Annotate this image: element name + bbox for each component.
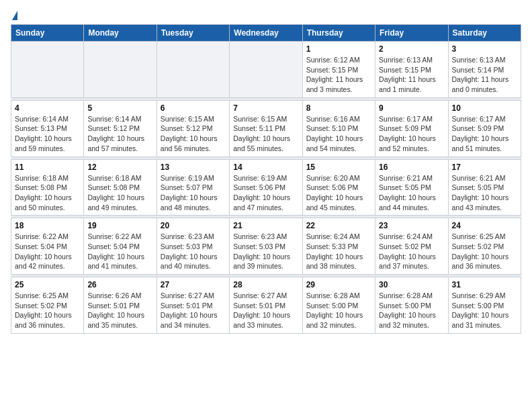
calendar-cell: 7Sunrise: 6:15 AM Sunset: 5:11 PM Daylig…	[230, 100, 302, 156]
calendar-header-tuesday: Tuesday	[157, 25, 229, 42]
day-number: 7	[233, 103, 298, 113]
day-number: 4	[15, 103, 80, 113]
day-number: 14	[233, 163, 298, 172]
day-number: 19	[87, 221, 152, 230]
day-info: Sunrise: 6:24 AM Sunset: 5:02 PM Dayligh…	[379, 232, 444, 271]
calendar-cell: 1Sunrise: 6:12 AM Sunset: 5:15 PM Daylig…	[302, 42, 375, 98]
page-header	[11, 11, 521, 19]
calendar-cell: 20Sunrise: 6:23 AM Sunset: 5:03 PM Dayli…	[157, 218, 229, 275]
day-number: 22	[306, 221, 371, 230]
calendar-cell: 24Sunrise: 6:25 AM Sunset: 5:02 PM Dayli…	[448, 218, 521, 275]
calendar-header-monday: Monday	[84, 25, 157, 42]
calendar-week-row: 4Sunrise: 6:14 AM Sunset: 5:13 PM Daylig…	[11, 100, 521, 156]
calendar-cell	[84, 42, 157, 98]
calendar-header-sunday: Sunday	[11, 25, 84, 42]
calendar-cell: 6Sunrise: 6:15 AM Sunset: 5:12 PM Daylig…	[157, 100, 229, 156]
day-info: Sunrise: 6:17 AM Sunset: 5:09 PM Dayligh…	[452, 114, 517, 154]
day-info: Sunrise: 6:27 AM Sunset: 5:01 PM Dayligh…	[161, 291, 226, 330]
calendar-cell: 3Sunrise: 6:13 AM Sunset: 5:14 PM Daylig…	[448, 42, 521, 98]
day-info: Sunrise: 6:26 AM Sunset: 5:01 PM Dayligh…	[87, 291, 152, 330]
calendar-cell: 30Sunrise: 6:28 AM Sunset: 5:00 PM Dayli…	[375, 277, 448, 334]
day-number: 12	[87, 163, 152, 172]
day-number: 13	[161, 163, 226, 172]
calendar-cell: 15Sunrise: 6:20 AM Sunset: 5:06 PM Dayli…	[302, 159, 375, 216]
day-number: 21	[233, 221, 298, 230]
day-number: 16	[379, 163, 444, 172]
day-info: Sunrise: 6:14 AM Sunset: 5:13 PM Dayligh…	[15, 114, 80, 154]
day-info: Sunrise: 6:23 AM Sunset: 5:03 PM Dayligh…	[161, 232, 226, 271]
day-info: Sunrise: 6:25 AM Sunset: 5:02 PM Dayligh…	[15, 291, 80, 330]
calendar-cell: 26Sunrise: 6:26 AM Sunset: 5:01 PM Dayli…	[84, 277, 157, 334]
calendar-cell: 22Sunrise: 6:24 AM Sunset: 5:33 PM Dayli…	[302, 218, 375, 275]
day-info: Sunrise: 6:15 AM Sunset: 5:12 PM Dayligh…	[161, 114, 226, 154]
day-info: Sunrise: 6:14 AM Sunset: 5:12 PM Dayligh…	[87, 114, 152, 154]
day-info: Sunrise: 6:12 AM Sunset: 5:15 PM Dayligh…	[306, 55, 371, 95]
day-number: 18	[15, 221, 80, 230]
calendar-cell: 25Sunrise: 6:25 AM Sunset: 5:02 PM Dayli…	[11, 277, 84, 334]
calendar-week-row: 11Sunrise: 6:18 AM Sunset: 5:08 PM Dayli…	[11, 159, 521, 216]
day-number: 1	[306, 44, 371, 54]
logo	[11, 11, 17, 19]
calendar-cell: 13Sunrise: 6:19 AM Sunset: 5:07 PM Dayli…	[157, 159, 229, 216]
calendar-table: SundayMondayTuesdayWednesdayThursdayFrid…	[11, 24, 521, 334]
calendar-week-row: 18Sunrise: 6:22 AM Sunset: 5:04 PM Dayli…	[11, 218, 521, 275]
calendar-week-row: 1Sunrise: 6:12 AM Sunset: 5:15 PM Daylig…	[11, 42, 521, 98]
calendar-cell	[157, 42, 229, 98]
calendar-header-friday: Friday	[375, 25, 448, 42]
day-number: 15	[306, 163, 371, 172]
calendar-cell	[11, 42, 84, 98]
day-info: Sunrise: 6:29 AM Sunset: 5:00 PM Dayligh…	[452, 291, 517, 330]
day-number: 23	[379, 221, 444, 230]
calendar-cell: 9Sunrise: 6:17 AM Sunset: 5:09 PM Daylig…	[375, 100, 448, 156]
day-info: Sunrise: 6:18 AM Sunset: 5:08 PM Dayligh…	[15, 173, 80, 213]
calendar-cell: 11Sunrise: 6:18 AM Sunset: 5:08 PM Dayli…	[11, 159, 84, 216]
day-info: Sunrise: 6:13 AM Sunset: 5:14 PM Dayligh…	[452, 55, 517, 95]
calendar-cell: 12Sunrise: 6:18 AM Sunset: 5:08 PM Dayli…	[84, 159, 157, 216]
day-number: 5	[87, 103, 152, 113]
day-number: 11	[15, 163, 80, 172]
day-number: 27	[161, 280, 226, 289]
calendar-cell: 28Sunrise: 6:27 AM Sunset: 5:01 PM Dayli…	[230, 277, 302, 334]
calendar-cell: 23Sunrise: 6:24 AM Sunset: 5:02 PM Dayli…	[375, 218, 448, 275]
day-info: Sunrise: 6:22 AM Sunset: 5:04 PM Dayligh…	[15, 232, 80, 271]
calendar-cell: 27Sunrise: 6:27 AM Sunset: 5:01 PM Dayli…	[157, 277, 229, 334]
day-number: 6	[161, 103, 226, 113]
day-info: Sunrise: 6:21 AM Sunset: 5:05 PM Dayligh…	[379, 173, 444, 213]
day-number: 25	[15, 280, 80, 289]
day-number: 2	[379, 44, 444, 54]
calendar-header-saturday: Saturday	[448, 25, 521, 42]
day-info: Sunrise: 6:28 AM Sunset: 5:00 PM Dayligh…	[379, 291, 444, 330]
day-info: Sunrise: 6:15 AM Sunset: 5:11 PM Dayligh…	[233, 114, 298, 154]
calendar-cell: 5Sunrise: 6:14 AM Sunset: 5:12 PM Daylig…	[84, 100, 157, 156]
calendar-header-wednesday: Wednesday	[230, 25, 302, 42]
day-info: Sunrise: 6:21 AM Sunset: 5:05 PM Dayligh…	[452, 173, 517, 213]
calendar-cell: 14Sunrise: 6:19 AM Sunset: 5:06 PM Dayli…	[230, 159, 302, 216]
day-info: Sunrise: 6:16 AM Sunset: 5:10 PM Dayligh…	[306, 114, 371, 154]
calendar-cell: 18Sunrise: 6:22 AM Sunset: 5:04 PM Dayli…	[11, 218, 84, 275]
day-info: Sunrise: 6:24 AM Sunset: 5:33 PM Dayligh…	[306, 232, 371, 271]
day-info: Sunrise: 6:19 AM Sunset: 5:07 PM Dayligh…	[161, 173, 226, 213]
calendar-cell: 8Sunrise: 6:16 AM Sunset: 5:10 PM Daylig…	[302, 100, 375, 156]
day-number: 26	[87, 280, 152, 289]
calendar-cell: 10Sunrise: 6:17 AM Sunset: 5:09 PM Dayli…	[448, 100, 521, 156]
day-number: 30	[379, 280, 444, 289]
day-number: 10	[452, 103, 517, 113]
day-number: 24	[452, 221, 517, 230]
day-info: Sunrise: 6:13 AM Sunset: 5:15 PM Dayligh…	[379, 55, 444, 95]
calendar-cell: 29Sunrise: 6:28 AM Sunset: 5:00 PM Dayli…	[302, 277, 375, 334]
logo-triangle-icon	[12, 11, 17, 20]
calendar-cell: 21Sunrise: 6:23 AM Sunset: 5:03 PM Dayli…	[230, 218, 302, 275]
day-number: 17	[452, 163, 517, 172]
calendar-cell: 4Sunrise: 6:14 AM Sunset: 5:13 PM Daylig…	[11, 100, 84, 156]
day-number: 3	[452, 44, 517, 54]
calendar-week-row: 25Sunrise: 6:25 AM Sunset: 5:02 PM Dayli…	[11, 277, 521, 334]
day-info: Sunrise: 6:27 AM Sunset: 5:01 PM Dayligh…	[233, 291, 298, 330]
day-number: 28	[233, 280, 298, 289]
calendar-cell	[230, 42, 302, 98]
day-info: Sunrise: 6:25 AM Sunset: 5:02 PM Dayligh…	[452, 232, 517, 271]
day-info: Sunrise: 6:23 AM Sunset: 5:03 PM Dayligh…	[233, 232, 298, 271]
calendar-header-thursday: Thursday	[302, 25, 375, 42]
day-info: Sunrise: 6:19 AM Sunset: 5:06 PM Dayligh…	[233, 173, 298, 213]
calendar-header-row: SundayMondayTuesdayWednesdayThursdayFrid…	[11, 25, 521, 42]
day-number: 29	[306, 280, 371, 289]
